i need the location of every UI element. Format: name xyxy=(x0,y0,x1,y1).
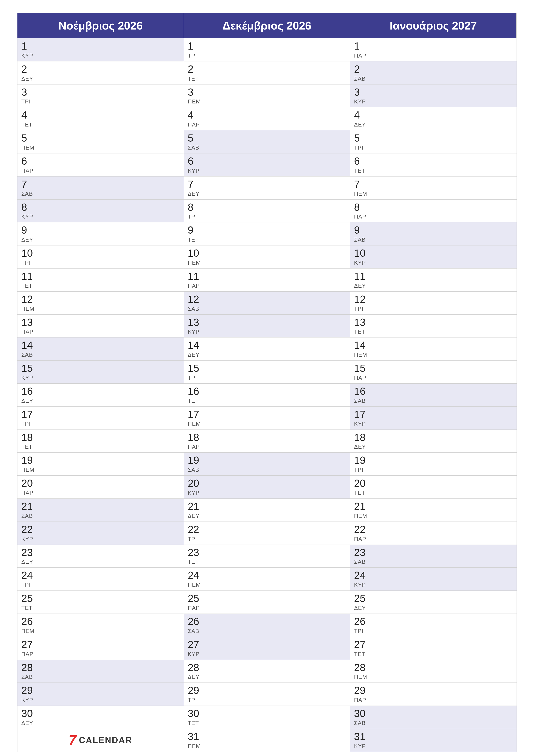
day-number: 20 xyxy=(188,478,346,489)
day-cell-m2-d14: 14ΠΕΜ xyxy=(350,337,517,360)
day-cell-m0-d17: 17ΤΡΙ xyxy=(17,406,184,429)
day-name: ΤΕΤ xyxy=(354,651,513,658)
day-number: 10 xyxy=(354,248,513,259)
day-number: 25 xyxy=(21,593,180,604)
day-name: ΤΕΤ xyxy=(354,168,513,174)
day-cell-m0-d18: 18ΤΕΤ xyxy=(17,429,184,452)
day-number: 25 xyxy=(188,593,346,604)
day-cell-m2-d19: 19ΤΡΙ xyxy=(350,452,517,475)
day-name: ΣΑΒ xyxy=(188,145,346,151)
day-name: ΚΥΡ xyxy=(354,743,513,749)
day-cell-m1-d6: 6ΚΥΡ xyxy=(184,153,350,176)
day-number: 17 xyxy=(188,409,346,420)
day-cell-m2-d1: 1ΠΑΡ xyxy=(350,38,517,61)
day-cell-m1-d12: 12ΣΑΒ xyxy=(184,291,350,314)
day-cell-m1-d16: 16ΤΕΤ xyxy=(184,383,350,406)
day-number: 2 xyxy=(354,64,513,75)
day-name: ΚΥΡ xyxy=(21,213,180,220)
day-name: ΣΑΒ xyxy=(21,351,180,358)
day-name: ΚΥΡ xyxy=(21,52,180,59)
day-number: 29 xyxy=(354,685,513,696)
day-number: 2 xyxy=(188,64,346,75)
day-name: ΤΕΤ xyxy=(21,283,180,289)
day-name: ΔΕΥ xyxy=(21,558,180,565)
day-number: 30 xyxy=(354,708,513,719)
day-cell-m2-d23: 23ΣΑΒ xyxy=(350,545,517,568)
day-cell-m2-d28: 28ΠΕΜ xyxy=(350,660,517,683)
day-cell-m2-d22: 22ΠΑΡ xyxy=(350,522,517,545)
day-cell-m1-d19: 19ΣΑΒ xyxy=(184,452,350,475)
day-cell-m1-d22: 22ΤΡΙ xyxy=(184,522,350,545)
day-cell-m2-d13: 13ΤΕΤ xyxy=(350,314,517,338)
day-cell-m1-d24: 24ΠΕΜ xyxy=(184,567,350,590)
day-number: 8 xyxy=(354,202,513,213)
day-cell-m0-d30: 30ΔΕΥ xyxy=(17,706,184,729)
day-cell-m1-d11: 11ΠΑΡ xyxy=(184,268,350,291)
day-name: ΔΕΥ xyxy=(188,351,346,358)
day-number: 28 xyxy=(354,662,513,673)
day-number: 6 xyxy=(21,156,180,167)
day-number: 1 xyxy=(188,40,346,52)
day-cell-m0-d29: 29ΚΥΡ xyxy=(17,683,184,706)
day-name: ΚΥΡ xyxy=(21,536,180,542)
day-cell-m2-d5: 5ΤΡΙ xyxy=(350,130,517,153)
day-number: 16 xyxy=(188,386,346,397)
day-name: ΣΑΒ xyxy=(354,720,513,726)
day-cell-m2-d4: 4ΔΕΥ xyxy=(350,107,517,130)
day-cell-m2-d25: 25ΔΕΥ xyxy=(350,590,517,613)
day-number: 22 xyxy=(354,524,513,535)
day-name: ΣΑΒ xyxy=(354,398,513,404)
month-header-1: Δεκέμβριος 2026 xyxy=(184,13,350,38)
day-cell-m0-d1: 1ΚΥΡ xyxy=(17,38,184,61)
day-number: 12 xyxy=(188,294,346,305)
day-number: 27 xyxy=(354,639,513,650)
day-name: ΔΕΥ xyxy=(354,121,513,128)
day-number: 24 xyxy=(188,570,346,581)
day-cell-m0-d3: 3ΤΡΙ xyxy=(17,84,184,107)
day-name: ΤΡΙ xyxy=(21,259,180,266)
day-number: 22 xyxy=(21,524,180,535)
day-number: 2 xyxy=(21,64,180,75)
day-number: 3 xyxy=(21,87,180,98)
day-cell-m0-d4: 4ΤΕΤ xyxy=(17,107,184,130)
day-cell-m0-d25: 25ΤΕΤ xyxy=(17,590,184,613)
day-name: ΤΕΤ xyxy=(21,605,180,611)
day-number: 26 xyxy=(354,616,513,627)
day-name: ΣΑΒ xyxy=(188,306,346,312)
day-name: ΤΡΙ xyxy=(354,306,513,312)
day-cell-m1-d3: 3ΠΕΜ xyxy=(184,84,350,107)
day-cell-m0-d26: 26ΠΕΜ xyxy=(17,613,184,636)
day-number: 17 xyxy=(354,409,513,420)
day-name: ΔΕΥ xyxy=(188,674,346,680)
day-number: 20 xyxy=(354,478,513,489)
day-cell-m1-d9: 9ΤΕΤ xyxy=(184,222,350,245)
day-cell-m2-d21: 21ΠΕΜ xyxy=(350,499,517,522)
day-number: 6 xyxy=(354,156,513,167)
day-name: ΠΕΜ xyxy=(354,191,513,197)
day-number: 8 xyxy=(188,202,346,213)
day-cell-m0-d22: 22ΚΥΡ xyxy=(17,522,184,545)
day-name: ΔΕΥ xyxy=(21,720,180,726)
day-name: ΣΑΒ xyxy=(354,75,513,82)
day-number: 16 xyxy=(21,386,180,397)
day-number: 19 xyxy=(188,455,346,466)
month-header-2: Ιανουάριος 2027 xyxy=(350,13,517,38)
day-number: 28 xyxy=(21,662,180,673)
day-cell-m1-d18: 18ΠΑΡ xyxy=(184,429,350,452)
day-name: ΤΕΤ xyxy=(21,444,180,450)
day-number: 12 xyxy=(21,294,180,305)
day-name: ΠΑΡ xyxy=(21,651,180,658)
day-name: ΔΕΥ xyxy=(188,513,346,519)
day-name: ΤΡΙ xyxy=(188,697,346,703)
day-name: ΠΑΡ xyxy=(188,283,346,289)
day-name: ΣΑΒ xyxy=(354,236,513,243)
day-number: 6 xyxy=(188,156,346,167)
day-cell-m2-d24: 24ΚΥΡ xyxy=(350,567,517,590)
day-number: 27 xyxy=(188,639,346,650)
day-cell-m1-d30: 30ΤΕΤ xyxy=(184,706,350,729)
day-number: 18 xyxy=(188,432,346,443)
day-cell-m1-d28: 28ΔΕΥ xyxy=(184,660,350,683)
day-cell-m1-d20: 20ΚΥΡ xyxy=(184,475,350,499)
day-cell-m0-d19: 19ΠΕΜ xyxy=(17,452,184,475)
day-cell-m2-d20: 20ΤΕΤ xyxy=(350,475,517,499)
